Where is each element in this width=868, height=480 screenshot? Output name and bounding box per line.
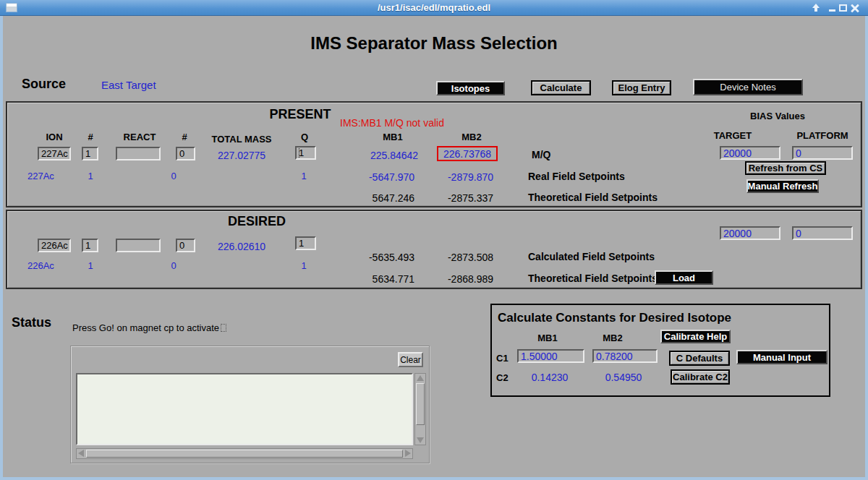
- desired-theoretical-label: Theoretical Field Setpoints: [528, 273, 658, 284]
- desired-q-readback: 1: [293, 260, 315, 271]
- desired-react-input[interactable]: [116, 239, 161, 252]
- page-title: IMS Separator Mass Selection: [3, 33, 865, 53]
- present-theoretical-label: Theoretical Field Setpoints: [528, 192, 658, 203]
- present-mb1-mq: 225.84642: [351, 150, 438, 161]
- desired-ion-readback: 226Ac: [27, 260, 54, 271]
- status-panel: Clear: [70, 346, 430, 463]
- application-window: /usr1/isac/edl/mqratio.edl IMS Separator…: [0, 0, 868, 480]
- col-ion-label: ION: [33, 132, 76, 142]
- isotopes-button[interactable]: Isotopes: [436, 81, 505, 95]
- col-num1-label: #: [80, 132, 101, 142]
- window-title: /usr1/isac/edl/mqratio.edl: [0, 2, 868, 13]
- status-message: Press Go! on magnet cp to activate: [72, 322, 226, 333]
- horizontal-scrollbar[interactable]: [76, 448, 413, 459]
- horizontal-scrollbar-thumb[interactable]: [86, 450, 403, 458]
- calibrate-c2-button[interactable]: Calibrate C2: [671, 369, 730, 385]
- desired-total-mass: 226.02610: [198, 241, 285, 252]
- present-ion-input[interactable]: [38, 147, 71, 160]
- scroll-down-icon[interactable]: [417, 437, 424, 443]
- col-num2-label: #: [174, 132, 195, 142]
- status-message-text: Press Go! on magnet cp to activate: [72, 322, 219, 333]
- vertical-scrollbar-thumb[interactable]: [416, 383, 425, 425]
- present-num2-readback: 0: [163, 171, 184, 181]
- calibrate-help-button[interactable]: Calibrate Help: [660, 330, 731, 343]
- bias-platform-label: PLATFORM: [779, 130, 866, 141]
- desired-bias-target-input[interactable]: [720, 226, 780, 240]
- clear-button[interactable]: Clear: [398, 352, 423, 367]
- present-ion-readback: 227Ac: [27, 171, 54, 181]
- col-mb1-label: MB1: [360, 132, 425, 142]
- constants-mb1-label: MB1: [519, 333, 576, 343]
- status-log-textarea[interactable]: [76, 373, 413, 445]
- status-label: Status: [12, 315, 51, 330]
- bias-values-label: BIAS Values: [727, 111, 828, 121]
- desired-theoretical-mb1: 5634.771: [336, 273, 414, 285]
- main-content: IMS Separator Mass Selection Source East…: [3, 16, 865, 477]
- vertical-scrollbar[interactable]: [414, 373, 426, 445]
- mq-row-label: M/Q: [532, 149, 550, 160]
- scroll-right-icon[interactable]: [405, 450, 411, 457]
- desired-num1-readback: 1: [80, 260, 101, 271]
- desired-q-input[interactable]: [295, 236, 316, 250]
- desired-num1-input[interactable]: [82, 239, 98, 252]
- elog-entry-button[interactable]: Elog Entry: [612, 80, 671, 95]
- scroll-up-icon[interactable]: [417, 375, 424, 381]
- present-mb2-mq: 226.73768: [443, 148, 491, 160]
- desired-calculated-label: Calculated Field Setpoints: [528, 251, 655, 262]
- present-theoretical-mb1: 5647.246: [336, 192, 414, 204]
- present-real-mb2: -2879.870: [417, 171, 493, 183]
- source-value: East Target: [101, 79, 156, 91]
- present-num1-input[interactable]: [82, 147, 98, 160]
- shade-icon[interactable]: [812, 4, 820, 12]
- maximize-icon[interactable]: [839, 4, 847, 12]
- mq-warning: IMS:MB1 M/Q not valid: [340, 117, 444, 129]
- desired-calculated-mb1: -5635.493: [336, 252, 414, 263]
- present-bias-target-input[interactable]: [720, 146, 780, 160]
- minimize-icon[interactable]: [829, 9, 835, 12]
- constants-title: Calculate Constants for Desired Isotope: [498, 311, 731, 325]
- col-q-label: Q: [294, 132, 315, 142]
- calculate-button[interactable]: Calculate: [531, 80, 591, 95]
- c2-mb2-value: 0.54950: [595, 372, 652, 383]
- present-total-mass: 227.02775: [198, 150, 285, 161]
- close-icon[interactable]: [851, 4, 859, 12]
- source-label: Source: [22, 77, 66, 92]
- col-total-mass-label: TOTAL MASS: [198, 134, 285, 145]
- load-button[interactable]: Load: [655, 270, 713, 285]
- desired-title: DESIRED: [213, 214, 300, 229]
- present-react-input[interactable]: [116, 147, 161, 160]
- desired-bias-platform-input[interactable]: [792, 226, 853, 240]
- present-num2-input[interactable]: [176, 147, 195, 160]
- col-react-label: REACT: [114, 132, 165, 142]
- scroll-left-icon[interactable]: [78, 450, 84, 457]
- missing-glyph-box: [221, 324, 226, 332]
- c1-mb1-input[interactable]: [517, 349, 584, 363]
- present-num1-readback: 1: [80, 171, 101, 181]
- c2-label: C2: [496, 372, 509, 383]
- col-mb2-label: MB2: [439, 132, 504, 142]
- device-notes-button[interactable]: Device Notes: [693, 79, 803, 95]
- c-defaults-button[interactable]: C Defaults: [669, 351, 730, 366]
- desired-ion-input[interactable]: [38, 239, 71, 252]
- bias-target-label: TARGET: [697, 130, 769, 141]
- present-real-label: Real Field Setpoints: [528, 171, 625, 182]
- present-bias-platform-input[interactable]: [792, 146, 853, 160]
- c2-mb1-value: 0.14230: [521, 372, 579, 383]
- text-cursor: [299, 148, 299, 158]
- manual-input-button[interactable]: Manual Input: [736, 350, 827, 364]
- present-real-mb1: -5647.970: [336, 171, 414, 183]
- desired-theoretical-mb2: -2868.989: [417, 273, 493, 285]
- present-mb2-mq-alert: 226.73768: [437, 146, 498, 161]
- constants-panel: Calculate Constants for Desired Isotope …: [490, 304, 830, 397]
- c1-label: C1: [496, 353, 509, 364]
- constants-mb2-label: MB2: [584, 333, 642, 343]
- c1-mb2-input[interactable]: [592, 349, 658, 363]
- manual-refresh-button[interactable]: Manual Refresh: [746, 179, 819, 193]
- desired-num2-readback: 0: [163, 260, 184, 271]
- refresh-from-cs-button[interactable]: Refresh from CS: [745, 161, 826, 175]
- present-q-readback: 1: [293, 171, 315, 181]
- desired-num2-input[interactable]: [176, 239, 195, 252]
- window-titlebar[interactable]: /usr1/isac/edl/mqratio.edl: [0, 0, 868, 16]
- desired-calculated-mb2: -2873.508: [417, 252, 493, 263]
- present-theoretical-mb2: -2875.337: [417, 192, 493, 204]
